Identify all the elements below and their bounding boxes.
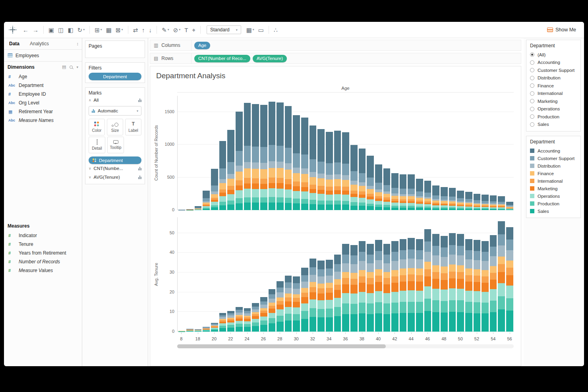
bar-age-24[interactable] [244,96,251,210]
bar-age-28[interactable] [277,96,284,210]
bar-age-42[interactable] [391,96,398,210]
duplicate-sheet-button[interactable]: ▦ [104,26,114,34]
swap-rows-columns-button[interactable]: ⇄ [131,26,140,34]
field-employee-id[interactable]: #Employee ID [4,90,82,98]
fit-selector[interactable]: Standard ▾ [207,25,241,34]
bar-age-46[interactable] [424,96,431,210]
bar-age-18[interactable] [195,96,202,210]
legend-item-production[interactable]: Production [530,200,577,207]
bar-age-30[interactable] [293,96,300,210]
bar-age-39[interactable] [367,217,374,332]
bar-age-51[interactable] [465,217,472,332]
bar-age-27[interactable] [269,217,276,332]
bar-age-49[interactable] [449,217,456,332]
bar-age-35[interactable] [334,217,341,332]
bar-age-56[interactable] [506,96,513,210]
bar-age-51[interactable] [465,96,472,210]
filters-card[interactable]: Filters Department [85,62,145,83]
filter-option-international[interactable]: International [530,90,577,98]
field-age[interactable]: #Age [4,72,82,81]
filter-option-distribution[interactable]: Distribution [530,74,577,82]
bar-age-38[interactable] [359,96,366,210]
new-worksheet-button[interactable]: ⊞▾ [93,26,104,34]
share-button[interactable]: ∴ [272,26,280,34]
bar-age-53[interactable] [482,96,489,210]
color-button[interactable]: Color [89,119,105,135]
bar-age-30[interactable] [293,217,300,332]
bar-age-47[interactable] [432,96,439,210]
bar-age-55[interactable] [498,96,505,210]
columns-shelf-area[interactable]: Age [191,40,521,50]
bar-age-50[interactable] [457,96,464,210]
bar-age-37[interactable] [350,217,358,332]
label-button[interactable]: T Label [125,119,141,135]
bar-age-27[interactable] [269,96,276,210]
filter-option-production[interactable]: Production [530,113,577,121]
bar-age-40[interactable] [375,217,382,332]
legend-item-marketing[interactable]: Marketing [530,185,577,192]
bar-age-29[interactable] [285,96,292,210]
field-tenure[interactable]: #Tenure [4,240,82,249]
field-years-from-retirement[interactable]: #Years from Retirement [4,249,82,257]
rows-shelf[interactable]: ▤ Rows CNT(Number of Reco...AVG(Tenure) [150,53,521,64]
bar-age-43[interactable] [400,217,407,332]
columns-shelf[interactable]: ▥ Columns Age [150,40,521,51]
bar-age-41[interactable] [383,96,391,210]
bar-age-26[interactable] [260,217,267,332]
legend-item-operations[interactable]: Operations [530,192,577,200]
new-data-source-button[interactable]: ◫ [56,26,66,34]
bar-age-26[interactable] [260,96,267,210]
presentation-mode-button[interactable]: ▭ [256,26,266,34]
bar-age-49[interactable] [449,96,456,210]
pill-cnt-number-of-reco[interactable]: CNT(Number of Reco... [194,55,250,62]
chevron-down-icon[interactable]: ▾ [76,65,78,69]
tableau-logo[interactable] [9,26,17,34]
datasource-row[interactable]: Employees [4,50,82,62]
mark-type-select[interactable]: Automatic ▾ [89,106,141,116]
bar-age-34[interactable] [326,96,333,210]
bar-age-40[interactable] [375,96,382,210]
bar-age-31[interactable] [301,96,308,210]
clear-sheet-button[interactable]: ⊠▾ [114,26,125,34]
marks-field-cnt[interactable]: ∨ CNT(Numbe... [89,164,141,173]
bar-age-28[interactable] [277,217,284,332]
rows-shelf-area[interactable]: CNT(Number of Reco...AVG(Tenure) [191,53,521,64]
view-as-icon[interactable]: ▤ [62,64,66,70]
bar-age-17[interactable] [186,217,193,332]
filter-option-accounting[interactable]: Accounting [530,59,577,67]
bar-age-16[interactable] [178,96,186,210]
tooltip-button[interactable]: Tooltip [107,137,124,153]
bar-age-20[interactable] [211,96,218,210]
bar-age-54[interactable] [490,96,497,210]
bar-age-44[interactable] [408,217,415,332]
bar-age-53[interactable] [482,217,489,332]
cell-size-button[interactable]: ▦▾ [244,26,256,34]
search-icon[interactable] [70,66,73,69]
filter-option-customer-support[interactable]: Customer Support [530,66,577,74]
show-mark-labels-button[interactable]: T [182,26,190,34]
bar-age-52[interactable] [474,96,481,210]
scrollbar-thumb[interactable] [177,344,386,348]
pause-auto-updates-button[interactable]: ◧ [66,26,75,34]
sort-descending-button[interactable]: ↓ [147,26,154,34]
bar-age-37[interactable] [350,96,358,210]
pages-card[interactable]: Pages [85,41,145,58]
filter-pill-department[interactable]: Department [89,73,141,80]
legend-item-distribution[interactable]: Distribution [530,162,577,170]
pane-sort-icon[interactable]: ↕ [77,41,82,46]
bar-age-45[interactable] [416,217,423,332]
bar-age-23[interactable] [236,96,243,210]
detail-button[interactable]: Detail [89,137,105,153]
bar-age-32[interactable] [309,217,317,332]
bar-age-42[interactable] [391,217,398,332]
bar-age-29[interactable] [285,217,292,332]
legend-item-finance[interactable]: Finance [530,170,577,177]
run-update-button[interactable]: ↻▾ [75,26,87,34]
bar-age-24[interactable] [244,217,251,332]
highlight-button[interactable]: ✎▾ [160,26,171,34]
tab-data[interactable]: Data [4,38,25,49]
bar-age-35[interactable] [334,96,341,210]
field-number-of-records[interactable]: #Number of Records [4,257,82,266]
bar-age-34[interactable] [326,217,333,332]
bar-age-23[interactable] [236,217,243,332]
